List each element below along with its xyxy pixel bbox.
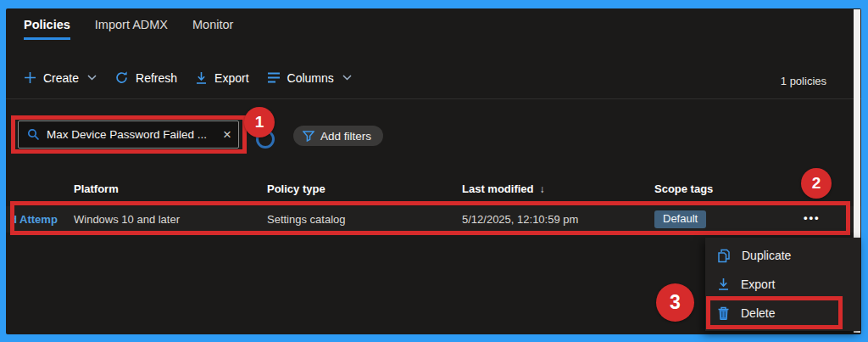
- toolbar-divider: [6, 98, 861, 99]
- create-label: Create: [43, 71, 79, 85]
- row-more-options-button[interactable]: •••: [804, 211, 821, 224]
- intune-policies-screen: { "tabs": { "items": [ { "label": "Polic…: [0, 0, 868, 342]
- search-value: Max Device Password Failed ...: [47, 128, 216, 141]
- menu-item-duplicate[interactable]: Duplicate: [705, 242, 860, 269]
- row-context-menu: Duplicate Export Delete: [705, 238, 860, 331]
- refresh-icon: [114, 70, 129, 85]
- column-header-policy-type[interactable]: Policy type: [267, 182, 326, 195]
- tab-bar: Policies Import ADMX Monitor: [24, 18, 233, 40]
- tab-policies[interactable]: Policies: [24, 18, 70, 40]
- delete-trash-icon: [717, 306, 730, 321]
- refresh-label: Refresh: [136, 71, 177, 85]
- last-modified-label: Last modified: [462, 182, 534, 195]
- export-button[interactable]: Export: [195, 71, 248, 85]
- export-icon: [717, 278, 730, 291]
- column-header-last-modified[interactable]: Last modified↓: [462, 182, 545, 195]
- policy-count: 1 policies: [781, 75, 826, 87]
- download-icon: [195, 71, 208, 85]
- cell-platform: Windows 10 and later: [74, 213, 180, 226]
- refresh-button[interactable]: Refresh: [114, 70, 177, 85]
- add-filters-button[interactable]: Add filters: [293, 126, 383, 146]
- tab-import-admx[interactable]: Import ADMX: [95, 18, 168, 40]
- command-bar: Create Refresh Export Columns: [24, 70, 352, 85]
- menu-item-delete[interactable]: Delete: [705, 300, 860, 327]
- column-header-platform[interactable]: Platform: [74, 182, 119, 195]
- chevron-down-icon: [342, 75, 352, 81]
- duplicate-label: Duplicate: [742, 249, 791, 262]
- export-label: Export: [214, 71, 248, 85]
- add-filters-label: Add filters: [320, 130, 371, 143]
- delete-label: Delete: [741, 306, 775, 320]
- scope-tag-badge: Default: [654, 210, 706, 228]
- duplicate-icon: [717, 249, 731, 263]
- annotation-step-3: 3: [656, 283, 694, 322]
- sort-descending-icon: ↓: [540, 183, 545, 195]
- annotation-step-2: 2: [801, 168, 832, 199]
- cell-policy-type: Settings catalog: [267, 213, 346, 226]
- create-button[interactable]: Create: [24, 71, 97, 85]
- columns-label: Columns: [287, 71, 334, 85]
- search-input[interactable]: Max Device Password Failed ... ×: [18, 121, 239, 149]
- column-header-scope-tags[interactable]: Scope tags: [654, 182, 713, 195]
- cell-last-modified: 5/12/2025, 12:10:59 pm: [462, 213, 578, 226]
- export-menu-label: Export: [741, 278, 775, 291]
- search-icon: [27, 128, 40, 141]
- columns-icon: [267, 72, 281, 83]
- policy-name-link[interactable]: d Attemp: [10, 213, 70, 226]
- menu-item-export[interactable]: Export: [705, 271, 860, 298]
- chevron-down-icon: [87, 75, 97, 81]
- annotation-step-1: 1: [244, 107, 275, 137]
- filter-funnel-icon: [303, 131, 314, 142]
- columns-button[interactable]: Columns: [267, 71, 352, 85]
- clear-search-icon[interactable]: ×: [223, 127, 231, 142]
- plus-icon: [24, 71, 36, 84]
- tab-monitor[interactable]: Monitor: [192, 18, 233, 40]
